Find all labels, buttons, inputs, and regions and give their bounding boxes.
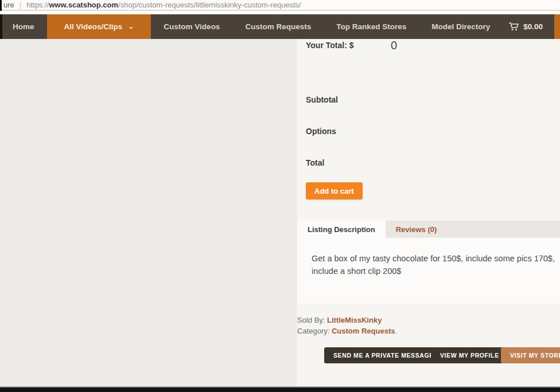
visit-my-store-button[interactable]: VISIT MY STORE bbox=[501, 347, 560, 363]
nav-item-custom-videos[interactable]: Custom Videos bbox=[151, 14, 232, 39]
category-link[interactable]: Custom Requests bbox=[332, 327, 395, 335]
description-line: include a short clip 200$ bbox=[312, 265, 555, 277]
cart-button[interactable]: $0.00 bbox=[509, 14, 543, 39]
product-panel: Your Total: $ 0 Subtotal Options Total A… bbox=[297, 39, 560, 387]
tab-reviews[interactable]: Reviews (0) bbox=[386, 221, 448, 238]
cart-icon bbox=[509, 22, 519, 31]
url-domain: www.scatshop.com bbox=[49, 1, 118, 9]
nav-left-edge bbox=[0, 14, 2, 39]
add-to-cart-button[interactable]: Add to cart bbox=[306, 182, 363, 199]
browser-url-bar[interactable]: ure | https://www.scatshop.com/shop/cust… bbox=[0, 0, 560, 11]
window-bottom-edge bbox=[0, 387, 560, 392]
main-content: Your Total: $ 0 Subtotal Options Total A… bbox=[0, 39, 560, 387]
category-label: Category: bbox=[297, 327, 332, 335]
url-scheme: https:// bbox=[26, 1, 49, 9]
nav-item-label: Home bbox=[13, 22, 34, 31]
view-my-profile-button[interactable]: VIEW MY PROFILE bbox=[431, 347, 508, 363]
cart-amount: $0.00 bbox=[523, 22, 543, 31]
main-nav: Home All Videos/Clips ⌄ Custom Videos Cu… bbox=[0, 14, 560, 39]
total-label: Total bbox=[306, 158, 324, 167]
your-total-label: Your Total: $ bbox=[306, 41, 353, 50]
tab-label: Listing Description bbox=[308, 225, 375, 234]
product-tabs: Listing Description Reviews (0) bbox=[297, 221, 560, 238]
nav-item-label: All Videos/Clips bbox=[64, 22, 123, 31]
description-line: Get a box of my tasty chocolate for 150$… bbox=[312, 252, 555, 265]
nav-right-strip bbox=[554, 14, 560, 39]
chevron-down-icon: ⌄ bbox=[128, 22, 134, 30]
subtotal-label: Subtotal bbox=[306, 95, 338, 104]
nav-item-custom-requests[interactable]: Custom Requests bbox=[232, 14, 324, 39]
nav-item-model-directory[interactable]: Model Directory bbox=[419, 14, 503, 39]
nav-item-label: Model Directory bbox=[431, 22, 490, 31]
tab-label: Reviews (0) bbox=[396, 225, 437, 234]
your-total-value: 0 bbox=[391, 39, 397, 52]
send-private-message-button[interactable]: SEND ME A PRIVATE MESSAGE bbox=[324, 347, 443, 363]
sold-by-label: Sold By: bbox=[297, 316, 327, 324]
sold-by-row: Sold By: LittleMissKinky bbox=[297, 316, 382, 324]
nav-item-label: Custom Videos bbox=[164, 22, 220, 31]
tab-listing-description[interactable]: Listing Description bbox=[297, 221, 386, 238]
nav-item-home[interactable]: Home bbox=[0, 14, 47, 39]
url-text[interactable]: ure | https://www.scatshop.com/shop/cust… bbox=[3, 0, 301, 10]
listing-description-text: Get a box of my tasty chocolate for 150$… bbox=[297, 238, 560, 277]
nav-item-all-videos-clips[interactable]: All Videos/Clips ⌄ bbox=[47, 14, 151, 39]
nav-item-top-ranked-stores[interactable]: Top Ranked Stores bbox=[324, 14, 419, 39]
url-separator: | bbox=[20, 1, 21, 9]
window-left-edge bbox=[0, 0, 2, 11]
url-prefix-fragment: ure bbox=[3, 1, 14, 9]
page: ure | https://www.scatshop.com/shop/cust… bbox=[0, 0, 560, 392]
options-label: Options bbox=[306, 127, 336, 136]
seller-name-link[interactable]: LittleMissKinky bbox=[327, 316, 382, 324]
nav-item-label: Custom Requests bbox=[245, 22, 311, 31]
nav-item-label: Top Ranked Stores bbox=[336, 22, 406, 31]
category-row: Category: Custom Requests. bbox=[297, 327, 397, 335]
url-path: /shop/custom-requests/littlemisskinky-cu… bbox=[118, 1, 301, 9]
listing-description-panel: Get a box of my tasty chocolate for 150$… bbox=[297, 238, 560, 304]
category-suffix: . bbox=[395, 327, 398, 335]
